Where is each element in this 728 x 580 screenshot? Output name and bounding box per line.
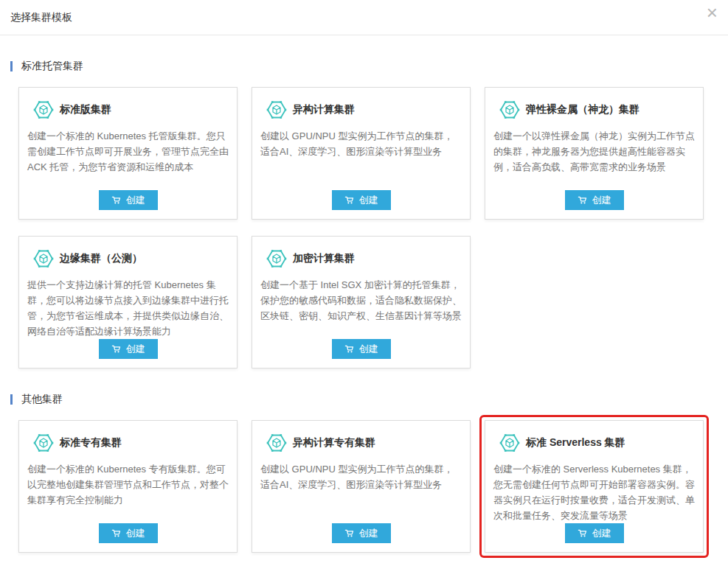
create-button[interactable]: 创建: [99, 190, 158, 210]
card-encrypted-computing-cluster: 加密计算集群 创建一个基于 Intel SGX 加密计算的托管集群，保护您的敏感…: [252, 236, 471, 368]
shopping-cart-icon: [344, 195, 355, 206]
card-description: 创建一个标准的 Serverless Kubernetes 集群，您无需创建任何…: [493, 461, 695, 523]
hexagon-cluster-icon: [499, 433, 520, 453]
card-description: 创建一个以弹性裸金属（神龙）实例为工作节点的集群，神龙服务器为您提供超高性能容器…: [493, 128, 695, 175]
card-header: 标准 Serverless 集群: [493, 433, 695, 453]
shopping-cart-icon: [111, 528, 122, 539]
card-header: 标准专有集群: [27, 433, 229, 453]
card-description: 创建一个基于 Intel SGX 加密计算的托管集群，保护您的敏感代码和数据，适…: [260, 277, 462, 324]
card-header: 异构计算集群: [260, 99, 462, 120]
card-standard-managed-cluster: 标准版集群 创建一个标准的 Kubernetes 托管版集群。您只需创建工作节点…: [18, 87, 238, 220]
create-button-label: 创建: [359, 527, 378, 540]
card-header: 标准版集群: [27, 99, 229, 120]
section-heading-label: 标准托管集群: [21, 60, 83, 73]
managed-clusters-grid: 标准版集群 创建一个标准的 Kubernetes 托管版集群。您只需创建工作节点…: [18, 87, 718, 368]
create-button-label: 创建: [126, 343, 145, 356]
shopping-cart-icon: [344, 344, 355, 354]
card-standard-serverless-cluster: 标准 Serverless 集群 创建一个标准的 Serverless Kube…: [485, 420, 704, 553]
card-header: 异构计算专有集群: [260, 433, 462, 453]
card-header: 弹性裸金属（神龙）集群: [493, 99, 695, 120]
card-heterogeneous-dedicated-cluster: 异构计算专有集群 创建以 GPU/NPU 型实例为工作节点的集群，适合AI、深度…: [252, 420, 471, 553]
card-title: 弹性裸金属（神龙）集群: [526, 103, 639, 116]
create-button[interactable]: 创建: [565, 190, 624, 210]
close-icon[interactable]: ×: [707, 3, 718, 22]
card-title: 加密计算集群: [293, 252, 355, 265]
create-button-label: 创建: [592, 194, 611, 207]
select-cluster-template-dialog: 选择集群模板 × 标准托管集群 标准版集群 创建一个标准的 Kubernetes…: [0, 0, 728, 553]
create-button-label: 创建: [359, 343, 378, 356]
card-title: 标准版集群: [60, 103, 111, 116]
card-edge-cluster-beta: 边缘集群（公测） 提供一个支持边缘计算的托管 Kubernetes 集群，您可以…: [18, 236, 238, 368]
card-description: 创建一个标准的 Kubernetes 托管版集群。您只需创建工作节点即可开展业务…: [27, 128, 229, 175]
create-button-label: 创建: [126, 527, 145, 540]
hexagon-cluster-icon: [266, 433, 287, 453]
hexagon-cluster-icon: [33, 248, 54, 269]
create-button-label: 创建: [359, 194, 378, 207]
section-heading-managed-clusters: 标准托管集群: [10, 60, 718, 73]
card-description: 创建以 GPU/NPU 型实例为工作节点的集群，适合AI、深度学习、图形渲染等计…: [260, 128, 462, 159]
shopping-cart-icon: [111, 344, 122, 354]
create-button[interactable]: 创建: [99, 339, 158, 359]
hexagon-cluster-icon: [33, 99, 54, 120]
hexagon-cluster-icon: [266, 99, 287, 120]
card-header: 加密计算集群: [260, 248, 462, 269]
section-heading-label: 其他集群: [21, 393, 63, 406]
section-accent-bar: [10, 61, 13, 71]
dialog-body: 标准托管集群 标准版集群 创建一个标准的 Kubernetes 托管版集群。您只…: [0, 60, 728, 553]
shopping-cart-icon: [111, 195, 122, 206]
create-button-label: 创建: [592, 527, 611, 540]
shopping-cart-icon: [344, 528, 355, 539]
card-standard-dedicated-cluster: 标准专有集群 创建一个标准的 Kubernetes 专有版集群。您可以完整地创建…: [18, 420, 238, 553]
card-header: 边缘集群（公测）: [27, 248, 229, 269]
hexagon-cluster-icon: [499, 99, 520, 120]
dialog-header: 选择集群模板 ×: [0, 0, 728, 35]
card-heterogeneous-computing-cluster: 异构计算集群 创建以 GPU/NPU 型实例为工作节点的集群，适合AI、深度学习…: [252, 87, 471, 220]
create-button[interactable]: 创建: [565, 523, 624, 543]
create-button-label: 创建: [126, 194, 145, 207]
hexagon-cluster-icon: [266, 248, 287, 269]
create-button[interactable]: 创建: [332, 190, 391, 210]
card-title: 标准 Serverless 集群: [526, 436, 625, 450]
create-button[interactable]: 创建: [332, 339, 391, 359]
shopping-cart-icon: [578, 195, 588, 206]
section-heading-other-clusters: 其他集群: [10, 393, 718, 406]
create-button[interactable]: 创建: [332, 523, 391, 543]
card-description: 创建一个标准的 Kubernetes 专有版集群。您可以完整地创建集群管理节点和…: [27, 461, 229, 508]
card-elastic-bare-metal-cluster: 弹性裸金属（神龙）集群 创建一个以弹性裸金属（神龙）实例为工作节点的集群，神龙服…: [485, 87, 704, 220]
card-description: 创建以 GPU/NPU 型实例为工作节点的集群，适合AI、深度学习、图形渲染等计…: [260, 461, 462, 492]
card-title: 标准专有集群: [60, 436, 122, 450]
card-title: 异构计算集群: [293, 103, 355, 116]
card-description: 提供一个支持边缘计算的托管 Kubernetes 集群，您可以将边缘节点接入到边…: [27, 277, 229, 339]
shopping-cart-icon: [578, 528, 588, 539]
card-title: 边缘集群（公测）: [60, 252, 142, 265]
hexagon-cluster-icon: [33, 433, 54, 453]
dialog-title: 选择集群模板: [10, 11, 72, 23]
section-accent-bar: [10, 394, 13, 405]
create-button[interactable]: 创建: [99, 523, 158, 543]
other-clusters-grid: 标准专有集群 创建一个标准的 Kubernetes 专有版集群。您可以完整地创建…: [18, 420, 718, 553]
card-title: 异构计算专有集群: [293, 436, 375, 450]
